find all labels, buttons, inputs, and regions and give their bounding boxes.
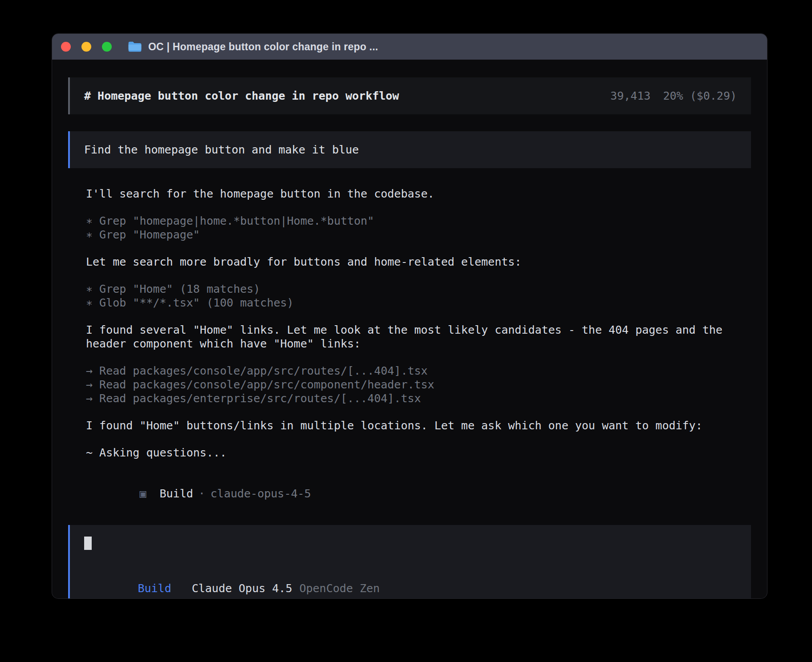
user-message-text: Find the homepage button and make it blu… (84, 143, 359, 156)
token-count: 39,413 (610, 89, 650, 103)
model-name: Claude Opus 4.5 (192, 582, 292, 595)
agent-model: claude-opus-4-5 (211, 487, 311, 500)
separator-dot: · (199, 487, 205, 500)
agent-badge-icon: ▣ (139, 487, 146, 500)
window-titlebar[interactable]: OC | Homepage button color change in rep… (52, 34, 767, 60)
session-stats: 39,413 20% ($0.29) (610, 89, 737, 103)
tool-call-group: ∗ Grep "homepage|home.*button|Home.*butt… (86, 214, 751, 242)
assistant-text: I found "Home" buttons/links in multiple… (86, 419, 751, 432)
tool-call-grep: ∗ Grep "Homepage" (86, 228, 751, 242)
assistant-text: I found several "Home" links. Let me loo… (86, 323, 751, 351)
tool-call-grep: ∗ Grep "Home" (18 matches) (86, 282, 751, 296)
minimize-button[interactable] (81, 42, 91, 52)
terminal-content: # Homepage button color change in repo w… (52, 60, 767, 598)
traffic-lights (61, 42, 112, 52)
context-cost: 20% ($0.29) (663, 89, 737, 103)
assistant-messages: I'll search for the homepage button in t… (68, 187, 751, 514)
tool-call-read: → Read packages/console/app/src/componen… (86, 378, 751, 392)
mode-label[interactable]: Build (138, 582, 171, 595)
tool-call-read: → Read packages/console/app/src/routes/[… (86, 364, 751, 378)
folder-icon (128, 41, 142, 52)
tool-call-read: → Read packages/enterprise/src/routes/[.… (86, 392, 751, 405)
prompt-input[interactable]: BuildClaude Opus 4.5OpenCode Zen (68, 525, 751, 598)
assistant-text: Let me search more broadly for buttons a… (86, 255, 751, 269)
session-title: # Homepage button color change in repo w… (84, 89, 399, 103)
terminal-window: OC | Homepage button color change in rep… (52, 34, 767, 598)
tool-call-group: → Read packages/console/app/src/routes/[… (86, 364, 751, 405)
tool-call-grep: ∗ Grep "homepage|home.*button|Home.*butt… (86, 214, 751, 228)
zoom-button[interactable] (102, 42, 112, 52)
window-title: OC | Homepage button color change in rep… (148, 41, 378, 53)
session-header: # Homepage button color change in repo w… (68, 77, 751, 114)
model-status-row: BuildClaude Opus 4.5OpenCode Zen (84, 568, 737, 598)
tool-call-glob: ∗ Glob "**/*.tsx" (100 matches) (86, 296, 751, 310)
agent-name: Build (159, 487, 193, 500)
tool-call-group: ∗ Grep "Home" (18 matches) ∗ Glob "**/*.… (86, 282, 751, 310)
agent-status-row: ▣Build·claude-opus-4-5 (86, 473, 751, 514)
text-cursor (84, 537, 92, 550)
user-message-block: Find the homepage button and make it blu… (68, 131, 751, 168)
provider-name: OpenCode Zen (299, 582, 380, 595)
status-asking-questions: ~ Asking questions... (86, 446, 751, 460)
assistant-text: I'll search for the homepage button in t… (86, 187, 751, 201)
close-button[interactable] (61, 42, 71, 52)
